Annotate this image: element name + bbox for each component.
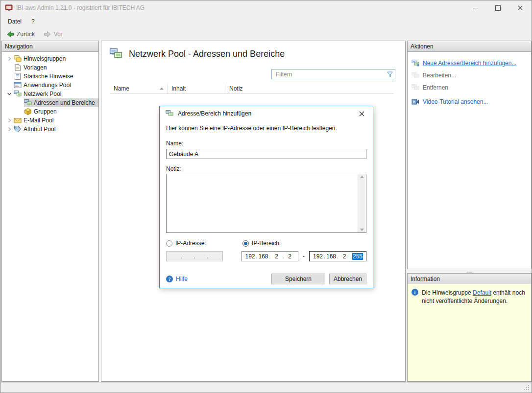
- column-header-notiz[interactable]: Notiz: [225, 84, 393, 93]
- tree-item-label: Netzwerk Pool: [22, 90, 63, 98]
- toolbar: Zurück Vor: [0, 27, 532, 41]
- ip-address-radio[interactable]: IP-Adresse:: [166, 240, 242, 247]
- tree-item-adressen-und-bereiche[interactable]: Adressen und Bereiche: [2, 98, 98, 107]
- action-remove[interactable]: Entfernen: [411, 81, 531, 93]
- action-add-address[interactable]: Neue Adresse/Bereich hinzufügen...: [411, 57, 531, 69]
- sort-ascending-icon: [160, 88, 164, 90]
- action-label: Neue Adresse/Bereich hinzufügen...: [423, 60, 516, 67]
- tree-item-label: Adressen und Bereiche: [32, 99, 97, 107]
- column-header-name[interactable]: Name: [110, 84, 168, 93]
- default-group-link[interactable]: Default: [473, 289, 491, 296]
- hint-groups-icon: [14, 55, 22, 63]
- email-pool-icon: [14, 116, 22, 124]
- menu-datei[interactable]: Datei: [3, 16, 26, 27]
- filter-funnel-icon[interactable]: [385, 71, 395, 78]
- tree-item-attribut-pool[interactable]: Attribut Pool: [2, 125, 98, 134]
- filter-box: [271, 69, 395, 79]
- action-video-tutorial[interactable]: Video-Tutorial ansehen...: [411, 95, 531, 108]
- radio-unchecked-icon: [166, 240, 172, 247]
- note-scrollbar[interactable]: [358, 174, 366, 232]
- menu-bar: Datei ?: [0, 15, 532, 27]
- save-button[interactable]: Speichern: [271, 274, 325, 284]
- dialog-body: Hier können Sie eine IP-Adresse oder ein…: [160, 121, 373, 284]
- attribute-pool-icon: [14, 125, 22, 133]
- ip-range-end-input[interactable]: 192.168.2.255: [309, 251, 366, 261]
- tree-item-hinweisgruppen[interactable]: Hinweisgruppen: [2, 54, 98, 63]
- dialog-close-button[interactable]: [351, 107, 372, 120]
- chevron-down-icon[interactable]: [5, 90, 14, 98]
- tree-item-label: Hinweisgruppen: [22, 55, 68, 63]
- splitter-handle: ...: [466, 270, 472, 273]
- tree-item-anwendungs-pool[interactable]: Anwendungs Pool: [2, 81, 98, 90]
- app-window: IBI-aws Admin 1.21.0 - registriert für I…: [0, 0, 532, 393]
- ip-range-start-input[interactable]: 192.168.2.2: [242, 251, 298, 261]
- resize-grip[interactable]: [523, 384, 530, 391]
- name-label: Name:: [166, 140, 366, 147]
- titlebar: IBI-aws Admin 1.21.0 - registriert für I…: [0, 0, 532, 15]
- window-title: IBI-aws Admin 1.21.0 - registriert für I…: [16, 4, 145, 11]
- ip-inputs-row: ... 192.168.2.2 - 192.168.2.255: [166, 251, 366, 261]
- app-icon: [5, 4, 13, 12]
- page-title: Netzwerk Pool - Adressen und Bereiche: [129, 49, 285, 59]
- name-input[interactable]: [166, 149, 366, 159]
- static-hints-icon: [14, 72, 22, 80]
- maximize-icon: [495, 5, 501, 11]
- page-title-row: Netzwerk Pool - Adressen und Bereiche: [101, 41, 405, 61]
- close-button[interactable]: [509, 0, 532, 15]
- ip-address-label: IP-Adresse:: [175, 240, 206, 247]
- add-address-dialog: Adresse/Bereich hinzufügen Hier können S…: [159, 106, 373, 288]
- filter-input[interactable]: [272, 70, 385, 78]
- panel-splitter[interactable]: ...: [407, 269, 532, 273]
- tree-item-vorlagen[interactable]: Vorlagen: [2, 63, 98, 72]
- forward-button[interactable]: Vor: [40, 29, 66, 40]
- action-label: Bearbeiten...: [423, 72, 456, 79]
- tree-item-email-pool[interactable]: E-Mail Pool: [2, 116, 98, 125]
- back-label: Zurück: [17, 31, 35, 38]
- navigation-header: Navigation: [2, 41, 98, 52]
- status-bar: [1, 382, 531, 392]
- help-label: Hilfe: [176, 276, 188, 282]
- groups-icon: [24, 108, 32, 116]
- chevron-right-icon[interactable]: [5, 125, 14, 134]
- column-header-inhalt[interactable]: Inhalt: [168, 84, 225, 93]
- window-controls: [464, 0, 532, 15]
- templates-icon: [14, 64, 22, 71]
- application-pool-icon: [14, 81, 22, 89]
- dialog-description: Hier können Sie eine IP-Adresse oder ein…: [166, 125, 366, 132]
- add-address-icon: [411, 59, 419, 67]
- action-edit[interactable]: Bearbeiten...: [411, 69, 531, 81]
- actions-panel: Aktionen Neue Adresse/Bereich hinzufügen…: [407, 41, 532, 269]
- chevron-right-icon[interactable]: [5, 116, 14, 125]
- tree-item-gruppen[interactable]: Gruppen: [2, 107, 98, 116]
- tree-item-label: E-Mail Pool: [22, 116, 55, 124]
- info-icon: i: [411, 289, 418, 296]
- action-label: Entfernen: [423, 84, 448, 91]
- note-label: Notiz:: [166, 165, 366, 172]
- tree-item-netzwerk-pool[interactable]: Netzwerk Pool: [2, 90, 98, 98]
- note-input[interactable]: [166, 174, 366, 233]
- minimize-icon: [473, 8, 478, 8]
- cancel-button[interactable]: Abbrechen: [329, 274, 366, 284]
- minimize-button[interactable]: [464, 0, 486, 15]
- navigation-tree: Hinweisgruppen Vorlagen Statische Hinwei…: [2, 52, 98, 134]
- tree-item-label: Anwendungs Pool: [22, 81, 73, 89]
- maximize-button[interactable]: [486, 0, 509, 15]
- help-link[interactable]: ? Hilfe: [166, 276, 188, 282]
- chevron-right-icon[interactable]: [5, 54, 14, 63]
- tree-item-label: Attribut Pool: [22, 125, 57, 133]
- information-panel: Information i Die Hinweisgruppe Default …: [407, 273, 532, 382]
- filter-row: [110, 69, 395, 79]
- dialog-title: Adresse/Bereich hinzufügen: [178, 110, 251, 117]
- menu-help[interactable]: ?: [26, 16, 40, 27]
- dialog-titlebar: Adresse/Bereich hinzufügen: [160, 106, 373, 121]
- tree-item-statische-hinweise[interactable]: Statische Hinweise: [2, 72, 98, 81]
- range-separator: -: [298, 253, 309, 260]
- ip-address-input: ...: [166, 251, 223, 261]
- tree-item-label: Gruppen: [32, 108, 59, 116]
- ip-range-label: IP-Bereich:: [252, 240, 281, 247]
- back-button[interactable]: Zurück: [3, 29, 38, 40]
- ip-range-radio[interactable]: IP-Bereich:: [242, 240, 281, 247]
- video-tutorial-icon: [411, 98, 419, 106]
- addresses-icon: [24, 99, 32, 107]
- actions-list: Neue Adresse/Bereich hinzufügen... Bearb…: [408, 52, 531, 108]
